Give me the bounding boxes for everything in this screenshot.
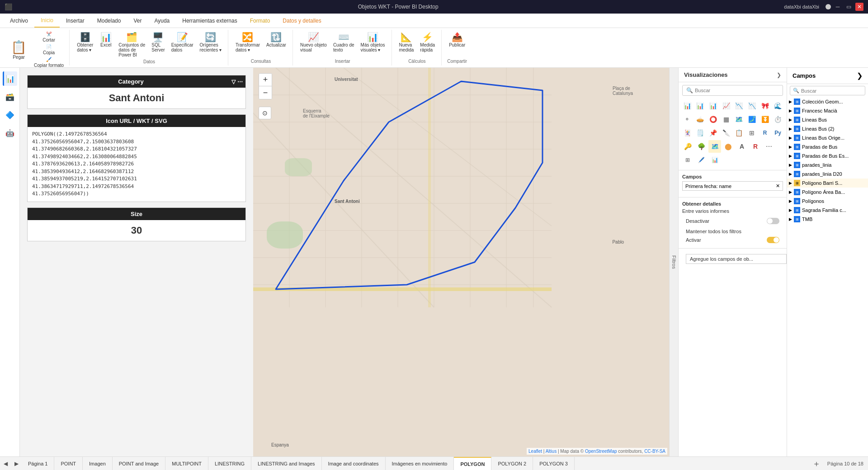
viz-donut[interactable]: ⭕ (707, 113, 719, 126)
viz-r[interactable]: R (759, 127, 771, 139)
tab-imagenes-movimiento[interactable]: Imágenes en movimiento (386, 457, 454, 470)
field-poligono-area[interactable]: ▶ ⊞ Polígono Área Ba... (787, 188, 868, 197)
viz-python[interactable]: Py (772, 127, 784, 139)
medida-rapida-button[interactable]: ⚡ Medidarápida (417, 31, 438, 54)
obtener-datos-button[interactable]: 🗄️ Obtenerdatos ▾ (74, 31, 96, 54)
copiar-button[interactable]: 📄 Copia (32, 43, 66, 56)
tab-image-coords[interactable]: Image and coordinates (322, 457, 386, 470)
transformar-button[interactable]: 🔀 Transformardatos ▾ (233, 31, 263, 54)
field-sagrada-familia[interactable]: ▶ ⊞ Sagrada Familia c... (787, 206, 868, 215)
cortar-button[interactable]: ✂️ Cortar (32, 31, 66, 43)
tab-polygon[interactable]: POLYGON (454, 457, 491, 470)
viz-table2[interactable]: ⊞ (681, 154, 694, 166)
viz-format[interactable]: 🖊️ (695, 154, 708, 166)
sidebar-ai-icon[interactable]: 🤖 (3, 126, 17, 140)
excel-button[interactable]: 📊 Excel (97, 31, 115, 49)
viz-stacked-bar[interactable]: 📊 (694, 99, 707, 112)
close-button[interactable]: ✕ (855, 3, 863, 11)
tab-imagen[interactable]: Imagen (83, 457, 113, 470)
viz-dots[interactable]: ⋯ (763, 140, 775, 153)
tab-ayuda[interactable]: Ayuda (148, 14, 176, 28)
viz-treemap[interactable]: ▦ (720, 113, 732, 126)
fields-search-box[interactable]: 🔍 (790, 86, 865, 95)
tab-polygon2[interactable]: POLYGON 2 (491, 457, 533, 470)
especificar-button[interactable]: 📝 Especificardatos (169, 31, 196, 54)
field-tmb[interactable]: ▶ ⊞ TMB (787, 215, 868, 224)
tab-inicio[interactable]: Inicio (34, 14, 60, 28)
viz-100-bar[interactable]: 📊 (707, 99, 719, 112)
viz-slicer[interactable]: 🔪 (720, 127, 732, 139)
cuadro-texto-button[interactable]: ⌨️ Cuadro detexto (330, 31, 357, 54)
viz-waterfall[interactable]: 🌊 (772, 99, 784, 112)
viz-stacked-area[interactable]: 📉 (746, 99, 758, 112)
sidebar-report-icon[interactable]: 📊 (3, 71, 17, 86)
viz-decomp[interactable]: 🌳 (695, 140, 708, 153)
filter-icon[interactable]: ▽ (231, 79, 236, 85)
tab-herramientas[interactable]: Herramientas externas (176, 14, 243, 28)
viz-r2[interactable]: R (749, 140, 762, 153)
viz-ribbon[interactable]: 🎀 (759, 99, 771, 112)
viz-multirow[interactable]: 🗒️ (694, 127, 707, 139)
fields-chevron[interactable]: ❯ (857, 71, 863, 80)
publicar-button[interactable]: 📤 Publicar (446, 31, 468, 49)
field-paradas-bus[interactable]: ▶ ⊞ Paradas de Bus (787, 142, 868, 151)
field-parades-linia[interactable]: ▶ ⊞ parades_linia (787, 160, 868, 169)
osm-link[interactable]: OpenStreetMap (585, 449, 617, 454)
primera-fecha-dropdown[interactable]: Primera fecha: name ✕ (682, 181, 783, 191)
tab-insertar[interactable]: Insertar (60, 14, 91, 28)
field-lineas-bus-orige[interactable]: ▶ ⊞ Líneas Bus Orige... (787, 133, 868, 142)
tab-linestring-images[interactable]: LINESTRING and Images (251, 457, 322, 470)
viz-table[interactable]: 📋 (733, 127, 745, 139)
ccbysa-link[interactable]: CC-BY-SA (644, 449, 665, 454)
dropdown-clear[interactable]: ✕ (776, 183, 780, 189)
viz-funnel[interactable]: ⏬ (759, 113, 771, 126)
toggle-activar[interactable] (767, 237, 779, 243)
viz-search-input[interactable] (695, 88, 779, 93)
viz-pie[interactable]: 🥧 (694, 113, 707, 126)
tab-next-button[interactable]: ▶ (11, 457, 22, 470)
tab-archivo[interactable]: Archivo (4, 14, 34, 28)
viz-orange-circle[interactable]: ⬤ (722, 140, 735, 153)
tab-point[interactable]: POINT (54, 457, 83, 470)
field-paradas-bus-es[interactable]: ▶ ⊞ Paradas de Bus Es... (787, 151, 868, 160)
agregar-campos-button[interactable]: Agregue los campos de ob... (686, 254, 787, 264)
tab-prev-button[interactable]: ◀ (0, 457, 11, 470)
copiar-formato-button[interactable]: 🖌️ Copiar formato (32, 56, 66, 69)
tab-pagina1[interactable]: Página 1 (22, 457, 54, 470)
altius-link[interactable]: Altius (546, 449, 557, 454)
pegar-button[interactable]: 📋 Pegar (7, 31, 30, 69)
field-francesc[interactable]: ▶ ⊞ Francesc Macià (787, 106, 868, 115)
zoom-in-button[interactable]: + (259, 74, 272, 86)
viz-bar-chart[interactable]: 📊 (681, 99, 693, 112)
restore-button[interactable]: ▭ (844, 3, 853, 11)
tab-linestring[interactable]: LINESTRING (208, 457, 251, 470)
tab-formato[interactable]: Formato (244, 14, 277, 28)
viz-custom-active[interactable]: 🗺️ (708, 140, 721, 153)
viz-text-a[interactable]: A (736, 140, 748, 153)
filter-sidebar[interactable]: Filtros (669, 68, 678, 456)
map-shape-tool[interactable]: ⊙ (259, 107, 271, 119)
viz-data[interactable]: 📊 (708, 154, 721, 166)
viz-ai1[interactable]: 🔑 (681, 140, 694, 153)
viz-matrix[interactable]: ⊞ (746, 127, 758, 139)
sql-button[interactable]: 🖥️ SQLServer (149, 31, 167, 54)
viz-scatter[interactable]: ⚬ (681, 113, 693, 126)
mas-objetos-button[interactable]: 📊 Más objetosvisuales ▾ (358, 31, 388, 54)
map-area[interactable]: + − ⊙ Universitat Plaça deCatalunya Esqu… (253, 68, 669, 456)
add-page-button[interactable]: ＋ (810, 457, 823, 470)
conjuntos-button[interactable]: 🗂️ Conjuntos dedatos dePower BI (116, 31, 148, 59)
viz-area-chart[interactable]: 📉 (733, 99, 745, 112)
viz-line-chart[interactable]: 📈 (720, 99, 732, 112)
tab-multipoint[interactable]: MULTIPOINT (165, 457, 208, 470)
tab-datos[interactable]: Datos y detalles (276, 14, 327, 28)
viz-filled-map[interactable]: 🗾 (746, 113, 758, 126)
viz-search-box[interactable]: 🔍 (682, 85, 783, 96)
field-poligonos[interactable]: ▶ ⊞ Polígonos (787, 197, 868, 206)
origenes-button[interactable]: 🔄 Orígenesrecientes ▾ (197, 31, 224, 54)
minimize-button[interactable]: ─ (834, 3, 842, 11)
toggle-desactivar[interactable] (767, 218, 779, 224)
sidebar-model-icon[interactable]: 🔷 (3, 108, 17, 122)
viz-gauge[interactable]: ⏱️ (772, 113, 784, 126)
more-icon[interactable]: ⋯ (237, 79, 243, 85)
nuevo-objeto-button[interactable]: 📈 Nuevo objetovisual (297, 31, 330, 54)
